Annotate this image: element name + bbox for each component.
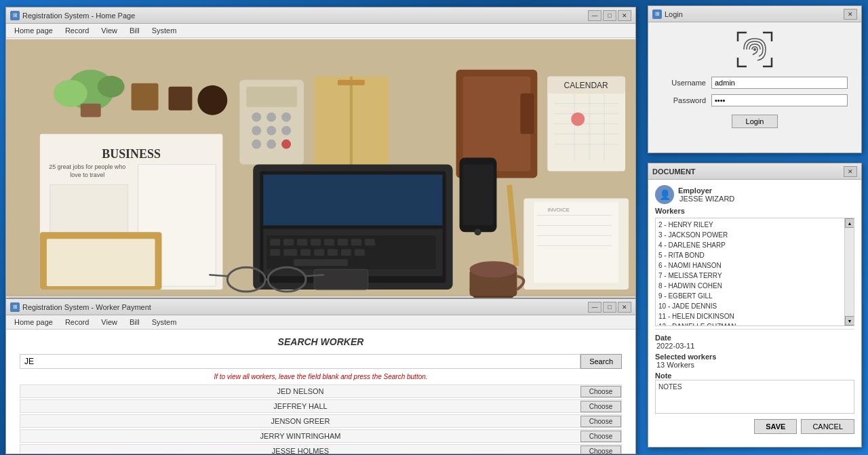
list-item: 12 - DANIELLE GUZMAN [658,321,851,326]
list-item: 7 - MELISSA TERRY [658,271,851,281]
svg-rect-49 [297,239,307,245]
date-label: Date [655,334,854,342]
login-content: Username Password Login [648,22,861,153]
svg-point-15 [281,126,291,136]
selected-workers-label: Selected workers [655,353,854,361]
login-window-controls: ✕ [844,9,857,20]
menu-record[interactable]: Record [60,25,94,36]
svg-rect-52 [338,239,348,245]
username-label: Username [662,79,706,87]
list-item: 8 - HADWIN COHEN [658,281,851,291]
home-maximize-btn[interactable]: □ [603,10,616,21]
save-button[interactable]: SAVE [754,419,797,434]
scroll-up-btn[interactable]: ▲ [845,218,854,228]
svg-point-7 [197,85,227,115]
payment-menu-bill[interactable]: Bill [124,317,145,328]
search-bar: Search [20,354,622,369]
svg-rect-63 [263,174,442,225]
choose-button-1[interactable]: Choose [580,401,621,412]
login-button[interactable]: Login [732,115,778,128]
menu-bill[interactable]: Bill [124,25,145,36]
choose-button-2[interactable]: Choose [580,416,621,427]
table-row: JESSE HOLMES Choose [20,444,622,454]
list-item: 2 - HENRY RILEY [658,220,851,230]
svg-rect-47 [270,239,280,245]
menu-homepage[interactable]: Home page [9,25,58,36]
svg-point-11 [267,113,276,122]
login-form: Username Password Login [662,77,848,128]
login-window-title: Login [665,10,683,18]
svg-rect-50 [311,239,321,245]
svg-rect-9 [246,87,297,107]
choose-button-4[interactable]: Choose [580,446,621,454]
svg-rect-51 [324,239,334,245]
payment-window-icon: ⊞ [10,302,20,312]
choose-button-3[interactable]: Choose [580,431,621,442]
payment-maximize-btn[interactable]: □ [603,302,616,313]
worker-name: JENSON GREER [20,415,580,427]
cancel-button[interactable]: CANCEL [801,419,854,434]
payment-menubar: Home page Record View Bill System [6,315,635,330]
svg-point-14 [267,126,276,136]
home-menubar: Home page Record View Bill System [6,24,635,38]
svg-rect-64 [314,269,368,290]
table-row: JERRY WINTRINGHAM Choose [20,429,622,443]
svg-point-12 [281,113,291,122]
workers-list: 2 - HENRY RILEY 3 - JACKSON POWER 4 - DA… [656,218,854,326]
document-window-controls: ✕ [844,166,857,177]
svg-point-84 [470,261,517,277]
svg-point-13 [252,126,261,136]
svg-rect-61 [355,249,365,256]
username-input[interactable] [711,77,848,89]
search-input[interactable] [20,354,580,369]
list-item: 9 - EGBERT GILL [658,291,851,301]
payment-menu-system[interactable]: System [146,317,182,328]
workers-list-box: 2 - HENRY RILEY 3 - JACKSON POWER 4 - DA… [655,218,854,326]
home-window-controls: — □ ✕ [588,10,631,21]
list-item: 3 - JACKSON POWER [658,230,851,240]
login-titlebar: ⊞ Login ✕ [648,6,861,22]
payment-titlebar: ⊞ Registration System - Worker Payment —… [6,299,635,315]
svg-rect-2 [81,104,101,117]
note-textarea[interactable]: NOTES [655,380,854,414]
menu-system[interactable]: System [146,25,182,36]
home-window-title: Registration System - Home Page [22,12,135,20]
search-hint: If to view all workers, leave the field … [20,373,622,380]
document-titlebar: DOCUMENT ✕ [648,163,861,180]
scroll-track [845,228,854,316]
password-input[interactable] [711,94,848,106]
payment-menu-record[interactable]: Record [60,317,94,328]
svg-rect-48 [283,239,294,245]
svg-rect-21 [338,80,365,85]
scrollbar[interactable]: ▲ ▼ [844,218,854,325]
payment-minimize-btn[interactable]: — [588,302,601,313]
svg-point-18 [281,140,291,149]
login-close-btn[interactable]: ✕ [844,9,857,20]
payment-close-btn[interactable]: ✕ [618,302,631,313]
table-row: JEFFREY HALL Choose [20,399,622,413]
payment-menu-homepage[interactable]: Home page [9,317,58,328]
svg-rect-57 [300,249,311,256]
home-content: CALENDAR BUSINESS 25 great jobs for peop… [6,38,635,298]
home-minimize-btn[interactable]: — [588,10,601,21]
document-close-btn[interactable]: ✕ [844,166,857,177]
search-button[interactable]: Search [580,354,622,369]
scroll-down-btn[interactable]: ▼ [845,316,854,325]
login-window-icon: ⊞ [652,9,662,19]
note-label: Note [655,372,854,380]
svg-rect-5 [132,83,159,111]
employer-avatar: 👤 [655,185,674,204]
password-label: Password [662,96,706,104]
svg-point-67 [475,229,481,235]
svg-point-87 [753,48,756,51]
home-titlebar: ⊞ Registration System - Home Page — □ ✕ [6,7,635,24]
home-close-btn[interactable]: ✕ [618,10,631,21]
list-item: 6 - NAOMI HANSON [658,260,851,271]
svg-rect-71 [534,201,618,283]
menu-view[interactable]: View [96,25,123,36]
svg-point-16 [252,140,261,149]
choose-button-0[interactable]: Choose [580,386,621,397]
svg-text:CALENDAR: CALENDAR [564,81,609,90]
payment-menu-view[interactable]: View [96,317,123,328]
list-item: 5 - RITA BOND [658,250,851,260]
